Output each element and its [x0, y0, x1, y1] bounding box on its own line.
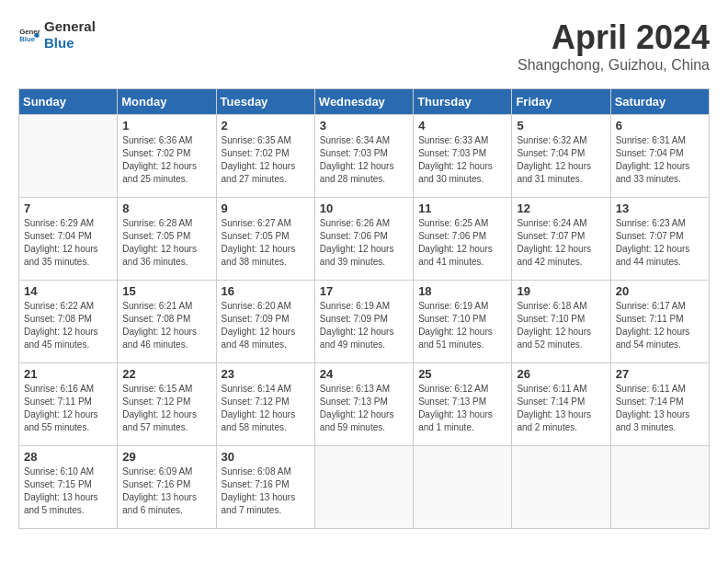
- calendar-cell: 4Sunrise: 6:33 AMSunset: 7:03 PMDaylight…: [414, 115, 512, 198]
- day-info: Sunrise: 6:22 AMSunset: 7:08 PMDaylight:…: [24, 300, 112, 351]
- calendar-cell: 7Sunrise: 6:29 AMSunset: 7:04 PMDaylight…: [19, 198, 118, 281]
- day-number: 9: [222, 201, 310, 215]
- day-info: Sunrise: 6:34 AMSunset: 7:03 PMDaylight:…: [320, 134, 408, 186]
- day-number: 21: [24, 367, 112, 381]
- day-number: 28: [24, 450, 112, 464]
- calendar-week-row: 1Sunrise: 6:36 AMSunset: 7:02 PMDaylight…: [19, 115, 710, 198]
- day-info: Sunrise: 6:11 AMSunset: 7:14 PMDaylight:…: [517, 383, 605, 434]
- day-info: Sunrise: 6:31 AMSunset: 7:04 PMDaylight:…: [616, 134, 704, 186]
- day-info: Sunrise: 6:16 AMSunset: 7:11 PMDaylight:…: [24, 383, 112, 434]
- day-number: 4: [418, 119, 506, 132]
- calendar-cell: 30Sunrise: 6:08 AMSunset: 7:16 PMDayligh…: [216, 446, 314, 529]
- calendar-cell: 25Sunrise: 6:12 AMSunset: 7:13 PMDayligh…: [414, 363, 512, 446]
- weekday-header-cell: Sunday: [19, 89, 118, 115]
- day-number: 12: [517, 201, 605, 215]
- calendar-week-row: 21Sunrise: 6:16 AMSunset: 7:11 PMDayligh…: [19, 363, 710, 446]
- calendar-cell: 14Sunrise: 6:22 AMSunset: 7:08 PMDayligh…: [19, 281, 118, 363]
- calendar-cell: 3Sunrise: 6:34 AMSunset: 7:03 PMDaylight…: [314, 115, 413, 198]
- day-number: 17: [320, 284, 408, 298]
- calendar-cell: [19, 115, 118, 198]
- calendar-week-row: 28Sunrise: 6:10 AMSunset: 7:15 PMDayligh…: [19, 446, 710, 529]
- day-info: Sunrise: 6:29 AMSunset: 7:04 PMDaylight:…: [24, 217, 112, 269]
- weekday-header-cell: Thursday: [414, 89, 512, 115]
- calendar-cell: 10Sunrise: 6:26 AMSunset: 7:06 PMDayligh…: [314, 198, 413, 281]
- calendar-cell: 19Sunrise: 6:18 AMSunset: 7:10 PMDayligh…: [512, 281, 610, 363]
- day-info: Sunrise: 6:11 AMSunset: 7:14 PMDaylight:…: [616, 383, 704, 434]
- calendar-cell: 17Sunrise: 6:19 AMSunset: 7:09 PMDayligh…: [314, 281, 413, 363]
- calendar-cell: [610, 446, 709, 529]
- day-number: 16: [222, 284, 310, 298]
- day-info: Sunrise: 6:36 AMSunset: 7:02 PMDaylight:…: [122, 134, 210, 186]
- day-number: 13: [616, 201, 704, 215]
- day-number: 6: [616, 119, 704, 132]
- calendar-cell: 22Sunrise: 6:15 AMSunset: 7:12 PMDayligh…: [118, 363, 216, 446]
- calendar-cell: 11Sunrise: 6:25 AMSunset: 7:06 PMDayligh…: [414, 198, 512, 281]
- calendar-cell: 8Sunrise: 6:28 AMSunset: 7:05 PMDaylight…: [118, 198, 216, 281]
- month-title: April 2024: [518, 18, 710, 57]
- calendar-cell: 18Sunrise: 6:19 AMSunset: 7:10 PMDayligh…: [414, 281, 512, 363]
- day-info: Sunrise: 6:18 AMSunset: 7:10 PMDaylight:…: [517, 300, 605, 351]
- calendar-cell: 5Sunrise: 6:32 AMSunset: 7:04 PMDaylight…: [512, 115, 610, 198]
- calendar-cell: [314, 446, 413, 529]
- day-number: 1: [122, 119, 210, 132]
- calendar-body: 1Sunrise: 6:36 AMSunset: 7:02 PMDaylight…: [19, 115, 710, 529]
- calendar-week-row: 14Sunrise: 6:22 AMSunset: 7:08 PMDayligh…: [19, 281, 710, 363]
- day-info: Sunrise: 6:14 AMSunset: 7:12 PMDaylight:…: [222, 383, 310, 434]
- day-number: 11: [418, 201, 506, 215]
- day-info: Sunrise: 6:20 AMSunset: 7:09 PMDaylight:…: [222, 300, 310, 351]
- day-info: Sunrise: 6:09 AMSunset: 7:16 PMDaylight:…: [122, 465, 210, 517]
- calendar-cell: 29Sunrise: 6:09 AMSunset: 7:16 PMDayligh…: [118, 446, 216, 529]
- day-info: Sunrise: 6:27 AMSunset: 7:05 PMDaylight:…: [222, 217, 310, 269]
- day-number: 8: [122, 201, 210, 215]
- day-info: Sunrise: 6:19 AMSunset: 7:09 PMDaylight:…: [320, 300, 408, 351]
- weekday-header-cell: Saturday: [610, 89, 709, 115]
- day-info: Sunrise: 6:28 AMSunset: 7:05 PMDaylight:…: [122, 217, 210, 269]
- weekday-header-cell: Friday: [512, 89, 610, 115]
- day-number: 23: [222, 367, 310, 381]
- day-number: 30: [222, 450, 310, 464]
- calendar-cell: 12Sunrise: 6:24 AMSunset: 7:07 PMDayligh…: [512, 198, 610, 281]
- day-number: 3: [320, 119, 408, 132]
- calendar-cell: [414, 446, 512, 529]
- day-number: 2: [222, 119, 310, 132]
- calendar-cell: 1Sunrise: 6:36 AMSunset: 7:02 PMDaylight…: [118, 115, 216, 198]
- calendar-cell: 23Sunrise: 6:14 AMSunset: 7:12 PMDayligh…: [216, 363, 314, 446]
- day-number: 7: [24, 201, 112, 215]
- day-info: Sunrise: 6:25 AMSunset: 7:06 PMDaylight:…: [418, 217, 506, 269]
- day-number: 10: [320, 201, 408, 215]
- day-number: 5: [517, 119, 605, 132]
- calendar-cell: 15Sunrise: 6:21 AMSunset: 7:08 PMDayligh…: [118, 281, 216, 363]
- weekday-header-cell: Tuesday: [216, 89, 314, 115]
- day-info: Sunrise: 6:08 AMSunset: 7:16 PMDaylight:…: [222, 465, 310, 517]
- logo-blue-text: Blue: [44, 35, 96, 52]
- day-number: 25: [418, 367, 506, 381]
- day-info: Sunrise: 6:17 AMSunset: 7:11 PMDaylight:…: [616, 300, 704, 351]
- calendar-cell: 9Sunrise: 6:27 AMSunset: 7:05 PMDaylight…: [216, 198, 314, 281]
- calendar-cell: 6Sunrise: 6:31 AMSunset: 7:04 PMDaylight…: [610, 115, 709, 198]
- day-info: Sunrise: 6:23 AMSunset: 7:07 PMDaylight:…: [616, 217, 704, 269]
- day-info: Sunrise: 6:33 AMSunset: 7:03 PMDaylight:…: [418, 134, 506, 186]
- day-info: Sunrise: 6:26 AMSunset: 7:06 PMDaylight:…: [320, 217, 408, 269]
- day-number: 14: [24, 284, 112, 298]
- logo: General Blue General Blue: [18, 18, 96, 52]
- calendar-table: SundayMondayTuesdayWednesdayThursdayFrid…: [18, 88, 710, 529]
- day-info: Sunrise: 6:21 AMSunset: 7:08 PMDaylight:…: [122, 300, 210, 351]
- day-number: 15: [122, 284, 210, 298]
- location-title: Shangchong, Guizhou, China: [518, 57, 710, 74]
- calendar-cell: 2Sunrise: 6:35 AMSunset: 7:02 PMDaylight…: [216, 115, 314, 198]
- day-number: 22: [122, 367, 210, 381]
- calendar-cell: 16Sunrise: 6:20 AMSunset: 7:09 PMDayligh…: [216, 281, 314, 363]
- svg-text:Blue: Blue: [19, 35, 36, 43]
- logo-icon: General Blue: [18, 24, 40, 46]
- calendar-cell: 20Sunrise: 6:17 AMSunset: 7:11 PMDayligh…: [610, 281, 709, 363]
- day-number: 24: [320, 367, 408, 381]
- day-info: Sunrise: 6:24 AMSunset: 7:07 PMDaylight:…: [517, 217, 605, 269]
- calendar-cell: 27Sunrise: 6:11 AMSunset: 7:14 PMDayligh…: [610, 363, 709, 446]
- logo-general-text: General: [44, 18, 96, 35]
- day-number: 29: [122, 450, 210, 464]
- header: General Blue General Blue April 2024 Sha…: [18, 18, 710, 74]
- day-number: 26: [517, 367, 605, 381]
- day-info: Sunrise: 6:32 AMSunset: 7:04 PMDaylight:…: [517, 134, 605, 186]
- day-number: 20: [616, 284, 704, 298]
- day-number: 19: [517, 284, 605, 298]
